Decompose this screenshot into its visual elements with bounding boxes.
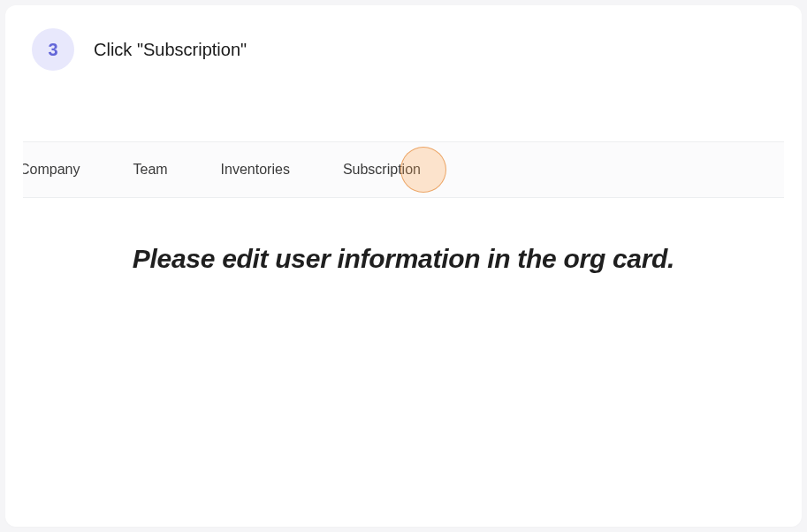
tab-inventories[interactable]: Inventories bbox=[194, 162, 316, 178]
tab-bar: Company Team Inventories Subscription bbox=[23, 141, 784, 198]
info-message: Please edit user information in the org … bbox=[23, 244, 784, 274]
step-number-badge: 3 bbox=[32, 28, 74, 71]
tab-company[interactable]: Company bbox=[23, 162, 106, 178]
step-header: 3 Click "Subscription" bbox=[5, 5, 802, 88]
content-area: Company Team Inventories Subscription Pl… bbox=[23, 141, 784, 274]
step-title: Click "Subscription" bbox=[94, 40, 247, 60]
tab-subscription[interactable]: Subscription bbox=[316, 162, 447, 178]
step-number: 3 bbox=[48, 40, 57, 60]
instruction-card: 3 Click "Subscription" Company Team Inve… bbox=[5, 5, 802, 527]
tab-team[interactable]: Team bbox=[106, 162, 194, 178]
